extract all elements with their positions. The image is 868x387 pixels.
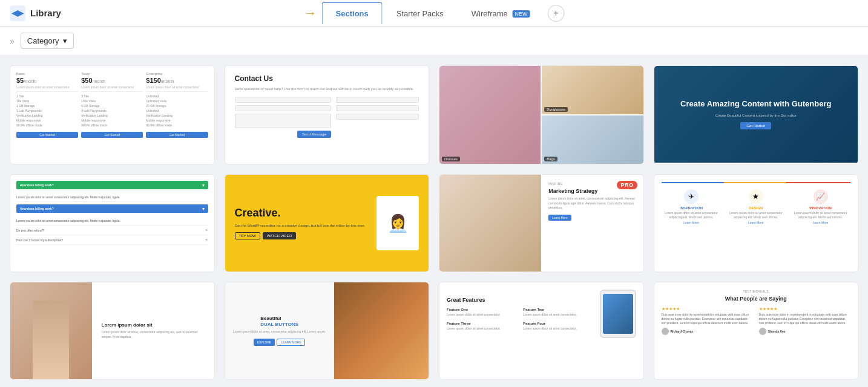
icon-item-inspiration: ✈ INSPIRATION Lorem ipsum dolor sit amet…	[662, 189, 722, 224]
testimonial-text-1: Duis aute irure dolor in reprehenderit i…	[662, 313, 753, 325]
header-tabs: → Sections Starter Packs Wireframe NEW +	[304, 2, 565, 24]
icon-item-design: ★ DESIGN Lorem ipsum dolor sit amet cons…	[726, 189, 786, 224]
pro-badge-marketing: PRO	[617, 181, 637, 189]
testimonial-item-1: ★★★★★ Duis aute irure dolor in reprehend…	[662, 307, 753, 335]
marketing-image	[439, 175, 541, 272]
contact-field-subject[interactable]	[336, 97, 419, 103]
gutenberg-title: Create Amazing Content with Gutenberg	[680, 99, 831, 109]
gutenberg-desc: Create Beautiful Content inspired by the…	[715, 113, 797, 119]
feature-item-2: Feature Two Lorem ipsum dolor sit amet c…	[523, 308, 594, 317]
pricing-basic-cta[interactable]: Get Started	[16, 132, 78, 138]
tab-starter-packs[interactable]: Starter Packs	[383, 2, 458, 24]
feature-item-3: Feature Three Lorem ipsum dolor sit amet…	[447, 322, 518, 331]
features-title: Great Features	[447, 297, 595, 303]
icons-color-bar	[662, 182, 851, 183]
feature-item-4: Feature Four Lorem ipsum dolor sit amet …	[523, 322, 594, 331]
card-testimonials[interactable]: Testimonials What People are Saying ★★★★…	[654, 282, 859, 380]
card-faq[interactable]: How does billing work? ▾ Lorem ipsum dol…	[10, 174, 215, 272]
category-dropdown[interactable]: Category ▾	[21, 33, 74, 49]
toolbar: » Category ▾	[0, 27, 868, 56]
design-link[interactable]: Learn More	[726, 221, 786, 224]
innovation-link[interactable]: Learn More	[791, 221, 850, 224]
card-marketing[interactable]: PRO INSPIRE Marketing Strategy Lorem ips…	[439, 174, 644, 272]
hero-woman-desc: Lorem ipsum dolor sit amet, consectetur …	[102, 330, 205, 339]
creative-title: Creative.	[235, 207, 366, 220]
shop-item-sunglasses: Sunglasses	[542, 66, 643, 114]
library-title: Library	[30, 8, 61, 18]
collapse-arrow[interactable]: »	[10, 36, 15, 46]
contact-send-button[interactable]: Send Message	[297, 131, 331, 138]
dual-cta1[interactable]: EXPLORE	[254, 339, 275, 346]
tab-sections[interactable]: Sections	[322, 2, 383, 24]
pricing-team: Team $50/month Lorem ipsum dolor sit ame…	[81, 72, 143, 138]
card-dual-buttons[interactable]: BeautifulDUAL BUTTONS Lorem ipsum dolor …	[225, 282, 430, 380]
innovation-icon: 📈	[814, 189, 828, 204]
inspiration-icon: ✈	[684, 189, 699, 204]
feature-item-1: Feature One Lorem ipsum dolor sit amet c…	[447, 308, 518, 317]
hero-woman-mock: Lorem ipsum dolor sit Lorem ipsum dolor …	[10, 282, 214, 379]
shop-mock: Dresses Sunglasses Bags	[439, 66, 643, 164]
gutenberg-mock: Create Amazing Content with Gutenberg Cr…	[654, 66, 858, 163]
inspiration-link[interactable]: Learn More	[662, 221, 722, 224]
dual-cta2[interactable]: LEARN MORE	[277, 339, 305, 346]
pricing-basic: Basic $5/month Lorem ipsum dolor sit ame…	[16, 72, 78, 138]
creative-visual-box: 👩‍💼	[376, 196, 419, 250]
stars-1: ★★★★★	[662, 307, 753, 311]
contact-field-name[interactable]	[235, 97, 331, 103]
card-features[interactable]: Great Features Feature One Lorem ipsum d…	[439, 282, 644, 380]
testimonials-mock: Testimonials What People are Saying ★★★★…	[654, 282, 858, 342]
contact-field-phone[interactable]	[336, 105, 419, 111]
card-creative[interactable]: Creative. Get the WordPress editor for a…	[225, 174, 430, 272]
gutenberg-cta[interactable]: Get Started	[740, 122, 771, 129]
faq-mock: How does billing work? ▾ Lorem ipsum dol…	[10, 175, 214, 251]
card-contact[interactable]: Contact Us Have questions or need help? …	[225, 65, 430, 164]
card-hero-woman[interactable]: Lorem ipsum dolor sit Lorem ipsum dolor …	[10, 282, 215, 380]
contact-textarea-message[interactable]	[235, 114, 331, 128]
cards-grid: Basic $5/month Lorem ipsum dolor sit ame…	[0, 56, 868, 387]
icons-mock: ✈ INSPIRATION Lorem ipsum dolor sit amet…	[654, 175, 858, 232]
author-avatar-1	[662, 328, 669, 335]
creative-cta1[interactable]: TRY NOW	[235, 232, 260, 239]
dual-title: BeautifulDUAL BUTTONS	[260, 316, 298, 327]
hero-woman-content: Lorem ipsum dolor sit Lorem ipsum dolor …	[92, 282, 214, 379]
contact-desc: Have questions or need help? Use the for…	[235, 86, 419, 92]
features-grid: Feature One Lorem ipsum dolor sit amet c…	[447, 308, 595, 331]
testimonial-text-2: Duis aute irure dolor in reprehenderit i…	[759, 313, 850, 325]
testimonials-row: ★★★★★ Duis aute irure dolor in reprehend…	[662, 307, 851, 335]
woman-silhouette	[33, 301, 69, 379]
creative-text: Creative. Get the WordPress editor for a…	[235, 207, 366, 240]
dual-right	[334, 282, 429, 379]
card-pricing[interactable]: Basic $5/month Lorem ipsum dolor sit ame…	[10, 65, 215, 164]
dual-right-background	[334, 282, 429, 379]
pricing-enterprise-cta[interactable]: Get Started	[146, 132, 208, 138]
icon-item-innovation: 📈 INNOVATION Lorem ipsum dolor sit amet …	[791, 189, 850, 224]
testimonial-item-2: ★★★★★ Duis aute irure dolor in reprehend…	[759, 307, 850, 335]
card-gutenberg[interactable]: Create Amazing Content with Gutenberg Cr…	[654, 65, 859, 164]
creative-desc: Get the WordPress editor for a creative …	[235, 223, 366, 229]
tab-wireframe[interactable]: Wireframe NEW	[458, 2, 544, 24]
dual-left: BeautifulDUAL BUTTONS Lorem ipsum dolor …	[225, 282, 334, 379]
marketing-cta[interactable]: Learn More	[548, 215, 571, 221]
marketing-desc: Lorem ipsum dolor sit amet, consectetuer…	[548, 197, 636, 210]
pricing-team-cta[interactable]: Get Started	[81, 132, 143, 138]
pricing-enterprise: Enterprise $150/month Lorem ipsum dolor …	[146, 72, 208, 138]
testimonial-author-1: Richard Chavez	[662, 328, 753, 335]
card-shop[interactable]: Dresses Sunglasses Bags	[439, 65, 644, 164]
card-icons[interactable]: ✈ INSPIRATION Lorem ipsum dolor sit amet…	[654, 174, 859, 272]
creative-visual: 👩‍💼	[375, 196, 419, 250]
marketing-content: INSPIRE Marketing Strategy Lorem ipsum d…	[541, 175, 643, 272]
tablet-screen	[603, 294, 633, 334]
creative-cta2[interactable]: WATCH VIDEO	[263, 232, 297, 239]
dual-mock: BeautifulDUAL BUTTONS Lorem ipsum dolor …	[225, 282, 429, 379]
contact-field-email[interactable]	[235, 105, 331, 111]
creative-buttons: TRY NOW WATCH VIDEO	[235, 232, 366, 239]
contact-field-extra[interactable]	[336, 114, 419, 120]
library-icon: ◀▶	[10, 5, 25, 21]
marketing-mock: INSPIRE Marketing Strategy Lorem ipsum d…	[439, 175, 643, 272]
add-tab-button[interactable]: +	[547, 5, 564, 22]
faq-header-2: How does billing work? ▾	[16, 204, 208, 213]
tablet-icon	[600, 290, 636, 338]
shop-label-sunglasses: Sunglasses	[544, 107, 568, 112]
testimonial-author-2: Shonda Key	[759, 328, 850, 335]
author-avatar-2	[759, 328, 766, 335]
